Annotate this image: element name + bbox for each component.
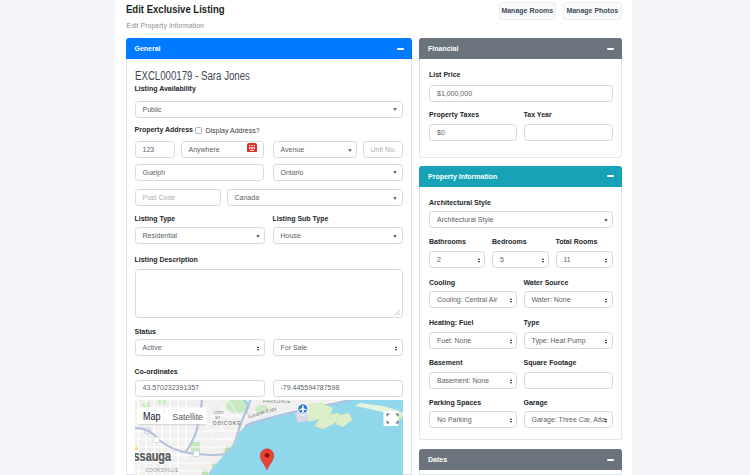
svg-text:Satellite: Satellite [172,411,202,422]
svg-text:Map: Map [143,410,160,422]
svg-text:PARKDALE: PARKDALE [263,400,291,404]
svg-text:COOKSVILLE: COOKSVILLE [145,468,178,473]
svg-text:ssauga: ssauga [135,449,172,465]
svg-text:ST: ST [215,415,221,420]
svg-text:OBICOKE: OBICOKE [212,420,241,426]
